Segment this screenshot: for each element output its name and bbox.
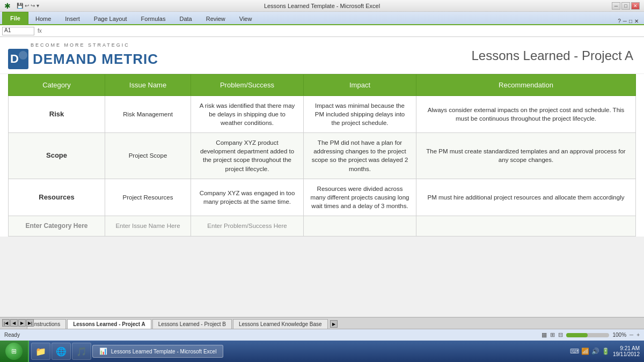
header-category: Category	[9, 75, 105, 96]
start-button[interactable]: ⊞	[0, 341, 29, 362]
row1-recommendation[interactable]: Always consider external impacts on the …	[416, 96, 636, 133]
demand-metric-logo-icon: D	[8, 49, 28, 69]
row2-issue[interactable]: Project Scope	[105, 133, 191, 179]
tab-file[interactable]: File	[2, 12, 28, 24]
table-row: Scope Project Scope Company XYZ product …	[9, 133, 636, 179]
minimize-button[interactable]: ─	[612, 2, 620, 10]
tab-next-btn[interactable]: ▶	[18, 319, 26, 327]
zoom-plus-icon[interactable]: +	[636, 332, 640, 338]
row1-problem[interactable]: A risk was identified that there may be …	[191, 96, 304, 133]
tab-insert[interactable]: Insert	[58, 13, 87, 24]
view-controls[interactable]: ▦ ⊞ ⊟ 100% ─ +	[541, 331, 640, 338]
svg-text:D: D	[10, 52, 19, 65]
report-title: Lessons Learned - Project A	[471, 48, 633, 63]
header-problem: Problem/Success	[191, 75, 304, 96]
tab-prev-btn[interactable]: ◀	[10, 319, 18, 327]
tab-last-btn[interactable]: ▶|	[26, 319, 34, 327]
sheet-tab-project-b[interactable]: Lessons Learned - Project B	[152, 319, 232, 329]
table-row: Risk Risk Management A risk was identifi…	[9, 96, 636, 133]
ribbon-restore-icon[interactable]: □	[629, 18, 632, 24]
tab-page-layout[interactable]: Page Layout	[87, 13, 134, 24]
ribbon-close-icon[interactable]: ✕	[634, 18, 639, 24]
row1-issue[interactable]: Risk Management	[105, 96, 191, 133]
page-layout-view-icon[interactable]: ⊞	[550, 331, 555, 338]
row1-impact[interactable]: Impact was minimal because the PM includ…	[304, 96, 416, 133]
row4-impact[interactable]	[304, 216, 416, 236]
tab-data[interactable]: Data	[172, 13, 199, 24]
sheet-tab-bar: |◀ ◀ ▶ ▶| Instructions Lessons Learned -…	[0, 317, 644, 329]
row1-category[interactable]: Risk	[9, 96, 105, 133]
normal-view-icon[interactable]: ▦	[541, 331, 547, 338]
table-row: Enter Category Here Enter Issue Name Her…	[9, 216, 636, 236]
qat-save[interactable]: 💾	[17, 3, 23, 9]
ribbon-tabs[interactable]: File Home Insert Page Layout Formulas Da…	[0, 12, 644, 24]
header-impact: Impact	[304, 75, 416, 96]
row4-problem[interactable]: Enter Problem/Success Here	[191, 216, 304, 236]
lessons-table: Category Issue Name Problem/Success Impa…	[8, 74, 636, 237]
table-header-row: Category Issue Name Problem/Success Impa…	[9, 75, 636, 96]
zoom-fill	[566, 333, 588, 337]
tab-first-btn[interactable]: |◀	[2, 319, 10, 327]
ribbon: File Home Insert Page Layout Formulas Da…	[0, 12, 644, 25]
ribbon-minimize-icon[interactable]: ─	[623, 18, 627, 24]
row4-recommendation[interactable]	[416, 216, 636, 236]
help-icon[interactable]: ?	[618, 18, 621, 24]
taskbar-excel-task[interactable]: 📊 Lessons Learned Template - Microsoft E…	[92, 345, 223, 358]
logo-area: Become More Strategic D Demand Metric	[8, 42, 158, 69]
window-controls[interactable]: ─ □ ✕	[612, 2, 640, 10]
row2-category[interactable]: Scope	[9, 133, 105, 179]
row3-category[interactable]: Resources	[9, 179, 105, 216]
tab-formulas[interactable]: Formulas	[134, 13, 173, 24]
zoom-slider[interactable]	[566, 333, 609, 337]
restore-button[interactable]: □	[621, 2, 630, 10]
row2-problem[interactable]: Company XYZ product development departme…	[191, 133, 304, 179]
tab-review[interactable]: Review	[199, 13, 232, 24]
system-tray-icons: ⌨ 📶 🔊 🔋	[570, 348, 610, 355]
taskbar-apps[interactable]: 📁 🌐 🎵 📊 Lessons Learned Template - Micro…	[29, 341, 225, 362]
window-title: Lessons Learned Template - Microsoft Exc…	[264, 3, 380, 9]
name-box[interactable]: A1	[2, 27, 34, 35]
taskbar: ⊞ 📁 🌐 🎵 📊 Lessons Learned Template - Mic…	[0, 341, 644, 362]
row3-recommendation[interactable]: PM must hire additional project resource…	[416, 179, 636, 216]
sheet-tab-project-a[interactable]: Lessons Learned - Project A	[67, 319, 151, 329]
page-break-view-icon[interactable]: ⊟	[558, 331, 563, 338]
row3-impact[interactable]: Resources were divided across many diffe…	[304, 179, 416, 216]
formula-area: A1 fx	[0, 25, 644, 37]
zoom-minus-icon[interactable]: ─	[630, 332, 633, 338]
spreadsheet: Become More Strategic D Demand Metric Le…	[0, 37, 644, 237]
taskbar-media-icon[interactable]: 🎵	[72, 343, 91, 360]
header-issue: Issue Name	[105, 75, 191, 96]
qat-redo[interactable]: ↪	[31, 3, 35, 9]
row4-category[interactable]: Enter Category Here	[9, 216, 105, 236]
header-recommendation: Recommendation	[416, 75, 636, 96]
tab-home[interactable]: Home	[28, 13, 58, 24]
table-row: Resources Project Resources Company XYZ …	[9, 179, 636, 216]
row3-issue[interactable]: Project Resources	[105, 179, 191, 216]
row4-issue[interactable]: Enter Issue Name Here	[105, 216, 191, 236]
formula-bar[interactable]	[45, 27, 642, 35]
taskbar-left[interactable]: ⊞ 📁 🌐 🎵 📊 Lessons Learned Template - Mic…	[0, 341, 225, 362]
svg-point-2	[19, 51, 27, 60]
zoom-level: 100%	[612, 332, 626, 338]
logo-tagline: Become More Strategic	[8, 42, 158, 48]
start-orb-icon[interactable]: ⊞	[5, 343, 23, 360]
battery-icon: 🔋	[602, 348, 610, 355]
qat-undo[interactable]: ↩	[25, 3, 29, 9]
tab-navigation[interactable]: |◀ ◀ ▶ ▶|	[2, 319, 34, 327]
main-area: Become More Strategic D Demand Metric Le…	[0, 37, 644, 237]
close-button[interactable]: ✕	[631, 2, 640, 10]
tab-scroll-right[interactable]: ▶	[330, 320, 338, 328]
taskbar-ie-icon[interactable]: 🌐	[52, 343, 71, 360]
sheet-tab-knowledge-base[interactable]: Lessons Learned Knowledge Base	[233, 319, 328, 329]
tab-view[interactable]: View	[232, 13, 259, 24]
header-section: Become More Strategic D Demand Metric Le…	[0, 37, 644, 74]
row2-impact[interactable]: The PM did not have a plan for addressin…	[304, 133, 416, 179]
qat-dropdown[interactable]: ▾	[36, 3, 39, 9]
formula-fx: fx	[38, 28, 42, 34]
clock-time: 9:21 AM	[613, 345, 640, 351]
qat-buttons[interactable]: 💾 ↩ ↪ ▾	[17, 3, 39, 9]
taskbar-explorer-icon[interactable]: 📁	[31, 343, 50, 360]
row2-recommendation[interactable]: The PM must create standardized template…	[416, 133, 636, 179]
row3-problem[interactable]: Company XYZ was engaged in too many proj…	[191, 179, 304, 216]
logo-main: D Demand Metric	[8, 49, 158, 69]
